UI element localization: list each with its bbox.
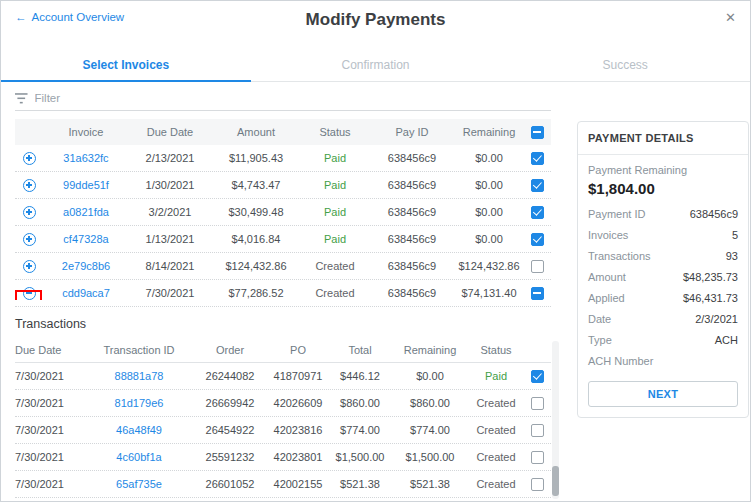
detail-value: ACH: [715, 334, 738, 346]
total-cell: $774.00: [329, 424, 391, 436]
remaining-cell: $1,500.00: [391, 451, 469, 463]
row-checkbox[interactable]: [531, 478, 544, 491]
column-header-po: PO: [267, 344, 329, 356]
expand-row-icon[interactable]: [23, 233, 36, 246]
expand-row-icon[interactable]: [23, 260, 36, 273]
column-header-invoice: Invoice: [43, 126, 129, 138]
column-header-status: Status: [469, 344, 523, 356]
po-cell: 42023801: [267, 451, 329, 463]
amount-cell: $4,016.84: [211, 233, 301, 245]
transaction-link[interactable]: 88881a78: [115, 370, 164, 382]
payment-details-section: PAYMENT DETAILS Payment Remaining $1,804…: [577, 121, 749, 498]
row-checkbox[interactable]: [531, 370, 544, 383]
due-date-cell: 7/30/2021: [15, 397, 85, 409]
remaining-cell: $124,432.86: [455, 260, 523, 272]
row-checkbox[interactable]: [531, 451, 544, 464]
detail-label: Type: [588, 334, 612, 346]
detail-row: Invoices 5: [578, 224, 748, 245]
due-date-cell: 1/13/2021: [129, 233, 211, 245]
invoice-table: Invoice Due Date Amount Status Pay ID Re…: [15, 119, 563, 307]
status-cell: Created: [301, 260, 369, 272]
detail-value: 638456c9: [690, 208, 738, 220]
invoice-link[interactable]: cdd9aca7: [62, 287, 110, 299]
transaction-link[interactable]: 4c60bf1a: [116, 451, 161, 463]
transactions-table: Due Date Transaction ID Order PO Total R…: [15, 337, 563, 498]
detail-label: Date: [588, 313, 611, 325]
row-checkbox[interactable]: [531, 424, 544, 437]
row-checkbox[interactable]: [531, 260, 544, 273]
transaction-link[interactable]: 46a48f49: [116, 424, 162, 436]
detail-row: Amount $48,235.73: [578, 266, 748, 287]
status-cell: Paid: [301, 206, 369, 218]
detail-label: Applied: [588, 292, 625, 304]
transaction-link[interactable]: 65af735e: [116, 478, 162, 490]
column-header-total: Total: [329, 344, 391, 356]
payment-details-panel: PAYMENT DETAILS Payment Remaining $1,804…: [577, 121, 749, 418]
po-cell: 42002155: [267, 478, 329, 490]
transaction-link[interactable]: 81d179e6: [115, 397, 164, 409]
tab-confirmation[interactable]: Confirmation: [251, 49, 501, 81]
remaining-cell: $0.00: [391, 370, 469, 382]
scrollbar-thumb[interactable]: [552, 466, 559, 496]
order-cell: 26244082: [193, 370, 267, 382]
back-link[interactable]: ← Account Overview: [15, 11, 124, 23]
remaining-cell: $0.00: [455, 152, 523, 164]
row-checkbox[interactable]: [531, 179, 544, 192]
expand-row-icon[interactable]: [23, 179, 36, 192]
invoice-link[interactable]: 99dde51f: [63, 179, 109, 191]
detail-row: Payment ID 638456c9: [578, 203, 748, 224]
row-checkbox[interactable]: [531, 397, 544, 410]
invoice-row: a0821fda 3/2/2021 $30,499.48 Paid 638456…: [15, 199, 551, 226]
scrollbar[interactable]: [552, 341, 559, 499]
po-cell: 42026609: [267, 397, 329, 409]
status-cell: Created: [469, 424, 523, 436]
total-cell: $446.12: [329, 370, 391, 382]
collapse-row-icon[interactable]: [23, 287, 36, 300]
row-checkbox[interactable]: [531, 206, 544, 219]
column-header-remaining: Remaining: [455, 126, 523, 138]
status-cell: Paid: [469, 370, 523, 382]
detail-value: $48,235.73: [683, 271, 738, 283]
row-checkbox[interactable]: [531, 152, 544, 165]
due-date-cell: 7/30/2021: [129, 287, 211, 299]
filter-input[interactable]: [35, 92, 551, 104]
transaction-row: 7/30/2021 4c60bf1a 25591232 42023801 $1,…: [15, 444, 551, 471]
due-date-cell: 7/30/2021: [15, 370, 85, 382]
pay-id-cell: 638456c9: [369, 233, 455, 245]
expand-row-icon[interactable]: [23, 206, 36, 219]
detail-label: Payment ID: [588, 208, 645, 220]
column-header-order: Order: [193, 344, 267, 356]
wizard-tabs: Select Invoices Confirmation Success: [1, 49, 750, 82]
column-header-amount: Amount: [211, 126, 301, 138]
column-header-due-date: Due Date: [15, 344, 85, 356]
tab-success[interactable]: Success: [500, 49, 750, 81]
invoice-link[interactable]: cf47328a: [63, 233, 108, 245]
top-bar: ← Account Overview Modify Payments ✕: [1, 1, 750, 33]
remaining-cell: $521.38: [391, 478, 469, 490]
tab-select-invoices[interactable]: Select Invoices: [1, 49, 251, 82]
detail-row: Date 2/3/2021: [578, 308, 748, 329]
invoice-row: 2e79c8b6 8/14/2021 $124,432.86 Created 6…: [15, 253, 551, 280]
remaining-cell: $860.00: [391, 397, 469, 409]
select-all-checkbox[interactable]: [531, 126, 544, 139]
invoice-link[interactable]: 31a632fc: [63, 152, 108, 164]
close-icon[interactable]: ✕: [725, 11, 736, 24]
invoice-link[interactable]: 2e79c8b6: [62, 260, 110, 272]
row-checkbox[interactable]: [531, 287, 544, 300]
invoice-row: 99dde51f 1/30/2021 $4,743.47 Paid 638456…: [15, 172, 551, 199]
status-cell: Created: [469, 478, 523, 490]
main-content: Invoice Due Date Amount Status Pay ID Re…: [1, 82, 750, 498]
detail-value: $46,431.73: [683, 292, 738, 304]
po-cell: 42023816: [267, 424, 329, 436]
filter-field: [15, 92, 551, 111]
invoice-link[interactable]: a0821fda: [63, 206, 109, 218]
amount-cell: $77,286.52: [211, 287, 301, 299]
row-checkbox[interactable]: [531, 233, 544, 246]
expand-row-icon[interactable]: [23, 152, 36, 165]
due-date-cell: 7/30/2021: [15, 478, 85, 490]
po-cell: 41870971: [267, 370, 329, 382]
back-arrow-icon: ←: [15, 11, 27, 23]
next-button[interactable]: NEXT: [588, 381, 738, 407]
status-cell: Created: [469, 397, 523, 409]
modify-payments-dialog: ← Account Overview Modify Payments ✕ Sel…: [0, 0, 751, 502]
